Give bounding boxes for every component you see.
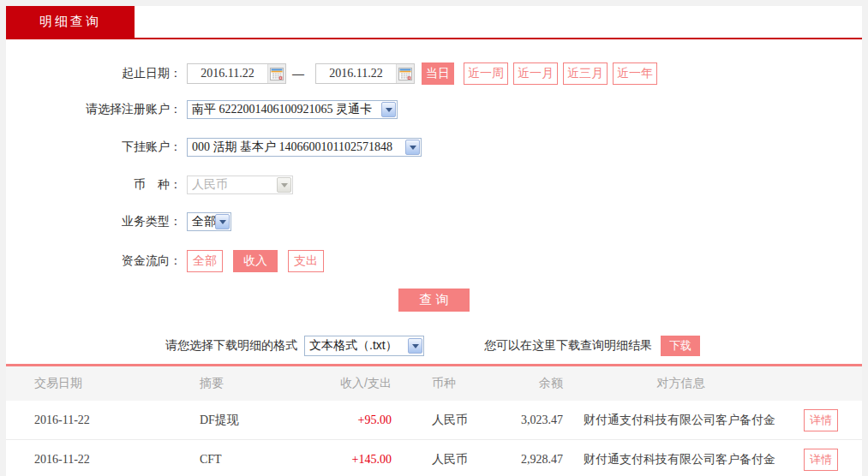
- table-row: 2016-11-22 CFT +145.00 人民币 2,928.47 财付通支…: [6, 440, 862, 476]
- chevron-down-icon[interactable]: [405, 140, 420, 155]
- cell-balance: 3,023.47: [482, 414, 563, 427]
- table-header-row: 交易日期 摘要 收入/支出 币种 余额 对方信息: [6, 366, 862, 401]
- download-row: 请您选择下载明细的格式 文本格式（.txt） 您可以在这里下载查询明细结果 下载: [6, 336, 862, 356]
- sub-account-value: 000 活期 基本户 1406600101102571848: [188, 140, 392, 155]
- currency-row: 币 种： 人民币: [6, 176, 862, 194]
- sub-account-label: 下挂账户：: [6, 140, 182, 155]
- cell-counterparty: 财付通支付科技有限公司客户备付金: [563, 452, 799, 467]
- download-format-value: 文本格式（.txt）: [305, 338, 398, 354]
- header-income-expense: 收入/支出: [336, 376, 392, 391]
- business-type-select[interactable]: 全部: [187, 212, 231, 231]
- table-row: 2016-11-22 DF提现 +95.00 人民币 3,023.47 财付通支…: [6, 401, 862, 440]
- quick-range-week-button[interactable]: 近一周: [464, 62, 508, 85]
- quick-range-quarter-button[interactable]: 近三月: [563, 62, 608, 85]
- fund-flow-all-button[interactable]: 全部: [187, 250, 223, 272]
- sub-account-select[interactable]: 000 活期 基本户 1406600101102571848: [187, 138, 422, 157]
- quick-range-month-button[interactable]: 近一月: [513, 62, 558, 85]
- results-table: 交易日期 摘要 收入/支出 币种 余额 对方信息 2016-11-22 DF提现…: [6, 364, 862, 476]
- date-separator: —: [292, 67, 304, 80]
- cell-balance: 2,928.47: [482, 453, 563, 467]
- cell-summary: DF提现: [169, 413, 336, 428]
- currency-label: 币 种：: [6, 177, 182, 193]
- header-currency: 币种: [392, 376, 482, 391]
- cell-currency: 人民币: [392, 452, 482, 467]
- business-type-row: 业务类型： 全部: [6, 212, 862, 231]
- chevron-down-icon[interactable]: [381, 102, 396, 117]
- quick-range-today-button[interactable]: 当日: [422, 62, 454, 85]
- download-format-label: 请您选择下载明细的格式: [165, 338, 297, 354]
- cell-amount: +145.00: [336, 453, 392, 467]
- sub-account-row: 下挂账户： 000 活期 基本户 1406600101102571848: [6, 138, 862, 157]
- header-transaction-date: 交易日期: [6, 376, 169, 391]
- register-account-select[interactable]: 南平 6222001406100921065 灵通卡: [187, 100, 398, 119]
- currency-value: 人民币: [188, 177, 228, 193]
- register-account-row: 请选择注册账户： 南平 6222001406100921065 灵通卡: [6, 100, 862, 119]
- tab-underline: [6, 38, 862, 39]
- cell-action: 详情: [799, 409, 862, 431]
- register-account-label: 请选择注册账户：: [6, 102, 182, 117]
- start-date-value: 2016.11.22: [188, 67, 267, 80]
- date-range-row: 起止日期： 2016.11.22 — 2016.11.22: [6, 62, 862, 85]
- end-date-value: 2016.11.22: [316, 67, 396, 80]
- chevron-down-icon[interactable]: [408, 338, 422, 354]
- page-content: 明细查询 起止日期： 2016.11.22 —: [6, 6, 862, 476]
- fund-flow-label: 资金流向：: [6, 253, 182, 269]
- download-hint: 您可以在这里下载查询明细结果: [484, 338, 652, 354]
- header-balance: 余额: [482, 376, 563, 391]
- fund-flow-row: 资金流向： 全部 收入 支出: [6, 250, 862, 272]
- detail-button[interactable]: 详情: [804, 449, 838, 471]
- cell-action: 详情: [799, 449, 862, 471]
- query-button[interactable]: 查询: [398, 289, 470, 312]
- cell-summary: CFT: [169, 453, 336, 467]
- fund-flow-income-button[interactable]: 收入: [233, 250, 278, 272]
- chevron-down-icon[interactable]: [215, 214, 230, 229]
- date-range-label: 起止日期：: [6, 66, 182, 81]
- business-type-label: 业务类型：: [6, 214, 182, 229]
- register-account-value: 南平 6222001406100921065 灵通卡: [188, 102, 372, 117]
- cell-amount: +95.00: [336, 414, 392, 427]
- calendar-icon[interactable]: [396, 64, 414, 83]
- fund-flow-expense-button[interactable]: 支出: [288, 250, 324, 272]
- cell-currency: 人民币: [392, 413, 482, 428]
- tab-detail-query[interactable]: 明细查询: [6, 6, 135, 38]
- header-counterparty: 对方信息: [563, 376, 799, 391]
- detail-button[interactable]: 详情: [804, 409, 838, 431]
- download-format-select[interactable]: 文本格式（.txt）: [304, 336, 424, 356]
- business-type-value: 全部: [188, 214, 215, 229]
- end-date-input[interactable]: 2016.11.22: [315, 63, 415, 84]
- cell-transaction-date: 2016-11-22: [6, 414, 169, 427]
- quick-range-year-button[interactable]: 近一年: [613, 62, 657, 85]
- start-date-input[interactable]: 2016.11.22: [187, 63, 286, 84]
- cell-counterparty: 财付通支付科技有限公司客户备付金: [563, 413, 799, 428]
- currency-select: 人民币: [187, 176, 293, 194]
- chevron-down-icon: [277, 177, 291, 193]
- cell-transaction-date: 2016-11-22: [6, 453, 169, 467]
- download-button[interactable]: 下载: [661, 336, 700, 356]
- header-summary: 摘要: [169, 376, 336, 391]
- calendar-icon[interactable]: [267, 64, 285, 83]
